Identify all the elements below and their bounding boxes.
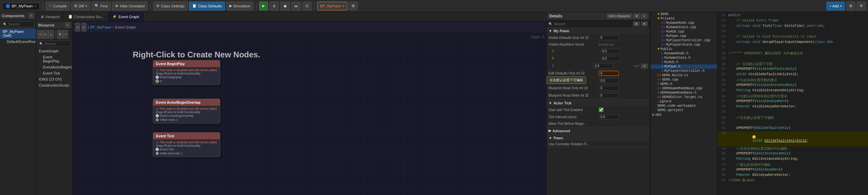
file-mygamemode-h[interactable]: h MyGameMode.h bbox=[650, 51, 717, 56]
simulation-icon: ▶ bbox=[229, 4, 232, 8]
components-close[interactable]: × bbox=[29, 13, 34, 19]
file-gitignore[interactable]: .ignore bbox=[650, 99, 717, 104]
nav-fwd-button[interactable]: ▷ bbox=[82, 23, 87, 32]
diff-button[interactable]: ⊞ Diff ▾ bbox=[71, 2, 90, 10]
detail-star-btn[interactable]: ★ bbox=[641, 22, 648, 26]
file-ues-folder[interactable]: ▶ UES bbox=[650, 112, 717, 117]
pawn-header[interactable]: ▼ Pawn bbox=[547, 135, 650, 141]
file-mypawn-cpp[interactable]: C+ MyPawn.cpp bbox=[650, 34, 717, 38]
bp-item-construction[interactable]: ConstructionScript bbox=[36, 82, 72, 88]
bp-search-input[interactable] bbox=[44, 41, 69, 46]
bp-search-box[interactable]: 🔍 bbox=[37, 40, 71, 47]
bp-extra-button[interactable]: ⊞ bbox=[349, 2, 358, 10]
bp-item-beginplay[interactable]: Event BeginPlay bbox=[36, 54, 72, 64]
file-demogamemodebase-cpp[interactable]: C+ DEMOGameModeBase.cpp bbox=[650, 86, 717, 91]
pause-button[interactable]: ⏸ bbox=[269, 2, 279, 10]
bp-close-button[interactable]: × bbox=[65, 23, 70, 28]
bp-read-only-input[interactable] bbox=[599, 86, 619, 91]
z-input[interactable] bbox=[593, 63, 613, 68]
file-myhud-h[interactable]: h MyHUD.h bbox=[650, 60, 717, 64]
component-item-scene[interactable]: DefaultSceneRoot bbox=[0, 38, 36, 45]
file-myplayercontroller-cpp[interactable]: C+ MyPlayerController.cpp bbox=[650, 38, 717, 43]
tab-viewport[interactable]: 🖥 Viewport bbox=[36, 12, 64, 21]
file-mygamestate-cpp[interactable]: C+ MyGameState.cpp bbox=[650, 25, 717, 30]
detail-search[interactable]: 🔍 ⊞ ★ bbox=[547, 21, 650, 28]
file-private-folder[interactable]: ▼ Private bbox=[650, 17, 717, 21]
file-demoeditor-cs[interactable]: C# DEMOEditor.Target.cs bbox=[650, 95, 717, 99]
detail-grid-btn[interactable]: ⊞ bbox=[633, 22, 640, 26]
detail-search-input[interactable] bbox=[554, 22, 632, 26]
edit-defaults-input[interactable] bbox=[599, 71, 619, 76]
bp-nav-fwd[interactable]: ▷ bbox=[42, 30, 48, 38]
detail-close[interactable]: × bbox=[641, 14, 647, 19]
tab-event-graph[interactable]: ⚡ Event Graph bbox=[108, 12, 144, 21]
settings-button[interactable]: ⚙ bbox=[857, 2, 866, 10]
start-tick-checkbox[interactable] bbox=[599, 107, 603, 112]
node-begin-play[interactable]: Event BeginPlay ⚠ This node is disabled … bbox=[153, 60, 220, 85]
y-input[interactable] bbox=[600, 56, 621, 61]
bp-item-beginoverlap[interactable]: EventActorBeginOverlap bbox=[36, 64, 72, 70]
file-demo-h[interactable]: h DEMO.h bbox=[650, 82, 717, 86]
stop-button[interactable]: ⏹ bbox=[280, 2, 290, 10]
file-myplayerstate-cpp[interactable]: C+ MyPlayerState.cpp bbox=[650, 43, 717, 47]
line-content-28: /****** UPROPERTY 属性说明符 允许修改以外 bbox=[728, 51, 868, 56]
bp-name-button[interactable]: BP_MyPawn ▾ bbox=[317, 2, 347, 10]
code-editor[interactable]: 21 public: 22 // Called every frame 23 v… bbox=[717, 12, 868, 195]
nav-back-button[interactable]: ◁ bbox=[75, 23, 80, 32]
file-mygamemode-cpp[interactable]: C+ MyGameMode.cpp bbox=[650, 21, 717, 25]
class-defaults-button[interactable]: 📋 Class Defaults bbox=[189, 2, 225, 10]
file-mygamestate-h[interactable]: h MyGameState.h bbox=[650, 56, 717, 60]
file-public-folder[interactable]: ▼ Public bbox=[650, 47, 717, 51]
compile-button[interactable]: ⚙ Compile bbox=[45, 2, 70, 10]
play-button[interactable]: ▶ bbox=[259, 2, 268, 10]
file-demo-cpp[interactable]: C+ DEMO.cpp bbox=[650, 78, 717, 82]
edit-anywhere-input[interactable] bbox=[599, 78, 619, 83]
file-demo-folder[interactable]: ▼ DEMO bbox=[650, 12, 717, 17]
exec-out bbox=[155, 147, 159, 151]
tick-interval-input[interactable] bbox=[599, 114, 619, 119]
bp-item-tick[interactable]: Event Tick bbox=[36, 70, 72, 76]
actor-tick-header[interactable]: ▼ Actor Tick bbox=[547, 100, 650, 106]
file-mypawn-h[interactable]: h MyPawn.h bbox=[650, 64, 717, 69]
bp-item-eventgraph[interactable]: EventGraph bbox=[36, 48, 72, 54]
hide-unrelated-button[interactable]: 👁 Hide Unrelated bbox=[112, 2, 148, 10]
line-num-50: 50 bbox=[717, 178, 728, 182]
edit-in-blueprint-button[interactable]: Edit in Blueprint bbox=[607, 14, 632, 19]
my-pawn-header[interactable]: ▼ My Pawn bbox=[547, 28, 650, 34]
component-item-self[interactable]: BP_MyPawn (Self) bbox=[0, 29, 36, 38]
class-settings-button[interactable]: ⚙ Class Settings bbox=[153, 2, 187, 10]
z-reset[interactable]: ↺ bbox=[641, 64, 648, 68]
eject-button[interactable]: ⊡ bbox=[302, 2, 311, 10]
file-tab[interactable]: 🔵 BP_MyPawn × bbox=[2, 3, 40, 9]
file-myplayercontroller-h[interactable]: h MyPlayerController.h bbox=[650, 69, 717, 73]
bp-read-write-input[interactable] bbox=[599, 93, 619, 98]
step-button[interactable]: ⏭ bbox=[291, 2, 301, 10]
file-myhud-cpp[interactable]: C+ MyHUD.cpp bbox=[650, 30, 717, 34]
bp-nav-up[interactable]: △ bbox=[48, 30, 54, 38]
close-tab-icon[interactable]: × bbox=[34, 4, 36, 8]
file-workspace[interactable]: DEMO.code-workspace bbox=[650, 104, 717, 108]
add-button[interactable]: + Add ▾ bbox=[827, 2, 845, 10]
x-input[interactable] bbox=[600, 49, 621, 54]
node-begin-overlap[interactable]: Event ActorBeginOverlap ⚠ This node is d… bbox=[153, 99, 220, 123]
bp-nav-back[interactable]: ◁ bbox=[37, 30, 42, 38]
advanced-header[interactable]: ▶ Advanced bbox=[547, 127, 650, 134]
detail-settings[interactable]: ⚙ bbox=[633, 14, 640, 19]
components-search-input[interactable] bbox=[8, 22, 33, 26]
bp-settings-button[interactable]: ⚙ bbox=[57, 30, 63, 38]
graph-canvas[interactable]: Zoom -3 Right-Click to Create New Nodes.… bbox=[72, 33, 546, 195]
file-demogamemodebase-h[interactable]: h DEMOGameModeBase.h bbox=[650, 91, 717, 95]
line-num-34: 34 bbox=[717, 83, 728, 87]
node-event-tick[interactable]: Event Tick ⚠ This node is disabled and w… bbox=[153, 132, 220, 157]
components-search-box[interactable]: 🔍 bbox=[1, 21, 34, 27]
file-uproject[interactable]: DEMO.uproject bbox=[650, 108, 717, 112]
simulation-button[interactable]: ▶ Simulation bbox=[226, 2, 253, 10]
find-button[interactable]: 🔍 Find bbox=[92, 2, 111, 10]
add-label: + Add bbox=[830, 4, 839, 8]
bp-item-ions[interactable]: IONS (23 OV) bbox=[36, 76, 72, 82]
file-demo-build-cs[interactable]: C# DEMO.Build.cs bbox=[650, 73, 717, 78]
tab-construction[interactable]: 📋 Construction Scr... bbox=[64, 12, 108, 21]
grid-view-button[interactable]: ⊞ bbox=[846, 2, 855, 10]
visible-defaults-input[interactable] bbox=[599, 35, 619, 40]
bp-add-button[interactable]: + bbox=[63, 30, 68, 38]
